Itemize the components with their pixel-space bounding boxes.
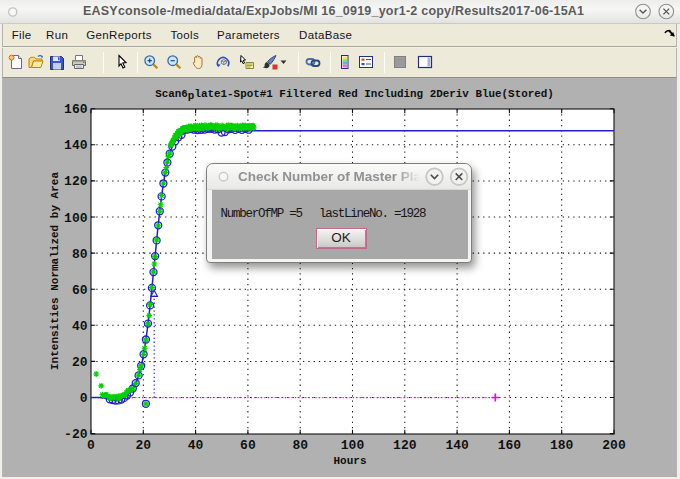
svg-text:160: 160 — [64, 102, 88, 117]
svg-text:140: 140 — [445, 438, 469, 453]
svg-text:80: 80 — [292, 438, 308, 453]
svg-text:100: 100 — [341, 438, 365, 453]
svg-text:60: 60 — [240, 438, 256, 453]
svg-text:100: 100 — [64, 211, 88, 226]
svg-text:200: 200 — [602, 438, 626, 453]
svg-text:Hours: Hours — [333, 455, 366, 467]
svg-text:120: 120 — [64, 174, 88, 189]
svg-text:180: 180 — [550, 438, 574, 453]
svg-text:-20: -20 — [64, 427, 88, 442]
svg-text:0: 0 — [80, 391, 88, 406]
svg-text:40: 40 — [188, 438, 204, 453]
svg-text:160: 160 — [498, 438, 522, 453]
svg-text:Scan6plate1-Spot#1 Filtered Re: Scan6plate1-Spot#1 Filtered Red Includin… — [155, 88, 554, 103]
svg-text:20: 20 — [72, 355, 88, 370]
svg-text:40: 40 — [72, 319, 88, 334]
svg-text:20: 20 — [135, 438, 151, 453]
svg-text:0: 0 — [87, 438, 95, 453]
svg-text:120: 120 — [393, 438, 417, 453]
svg-text:140: 140 — [64, 138, 88, 153]
svg-text:60: 60 — [72, 283, 88, 298]
svg-text:Intensities Normalized by Area: Intensities Normalized by Area — [49, 172, 61, 370]
svg-text:80: 80 — [72, 247, 88, 262]
